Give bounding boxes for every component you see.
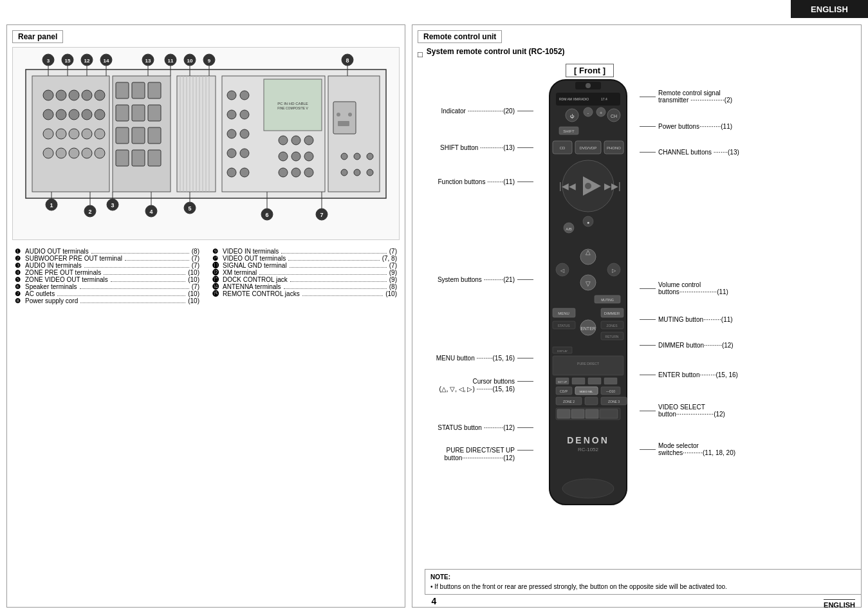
svg-rect-32	[116, 150, 129, 166]
svg-text:ZONE 3: ZONE 3	[608, 400, 620, 404]
svg-rect-188	[588, 378, 601, 384]
annotation-volume-control: Volume control buttons··················…	[640, 281, 728, 295]
component-item: ⓬ XM terminal (9)	[212, 269, 397, 276]
svg-rect-25	[148, 82, 161, 98]
annotation-power-buttons: Power buttons············(11)	[640, 123, 732, 130]
svg-point-53	[240, 110, 249, 119]
svg-point-10	[82, 109, 92, 120]
svg-text:SHIFT: SHIFT	[563, 129, 575, 133]
svg-text:●: ●	[587, 220, 589, 225]
svg-point-62	[304, 136, 313, 145]
svg-rect-198	[585, 397, 598, 405]
annotation-cursor-buttons: Cursor buttons (△, ▽, ◁, ▷) ·········(15…	[439, 378, 533, 393]
english-footer: ENGLISH	[824, 599, 855, 609]
component-item: ❻ Speaker terminals (7)	[15, 283, 199, 290]
svg-rect-73	[338, 121, 349, 126]
svg-point-130	[586, 83, 591, 88]
svg-point-21	[95, 148, 105, 158]
svg-rect-27	[132, 105, 145, 121]
svg-rect-26	[116, 105, 129, 121]
svg-text:▽: ▽	[586, 280, 591, 287]
svg-point-7	[43, 109, 53, 120]
svg-point-6	[95, 90, 105, 100]
svg-rect-187	[572, 378, 585, 384]
svg-rect-183	[553, 356, 623, 375]
svg-text:+: +	[600, 111, 602, 115]
svg-text:1: 1	[50, 202, 53, 209]
component-item: ❽ Power supply cord (10)	[15, 297, 199, 304]
svg-point-68	[304, 168, 313, 177]
svg-text:△: △	[586, 248, 591, 256]
svg-text:17.4: 17.4	[601, 97, 607, 101]
svg-point-13	[56, 129, 66, 139]
svg-point-3	[56, 90, 66, 100]
svg-point-11	[95, 109, 105, 120]
svg-text:8: 8	[346, 57, 349, 64]
svg-text:3: 3	[47, 58, 50, 64]
svg-rect-24	[132, 82, 145, 98]
svg-point-64	[291, 152, 300, 161]
svg-rect-205	[600, 409, 618, 418]
component-item: ❿ VIDEO OUT terminals (7, 8)	[212, 255, 397, 262]
svg-point-57	[240, 149, 249, 158]
note-text: • If buttons on the front or rear are pr…	[430, 583, 856, 590]
svg-point-76	[367, 153, 373, 160]
svg-text:5: 5	[188, 205, 191, 212]
page-number: 4	[432, 596, 437, 606]
front-label: [ Front ]	[566, 64, 614, 77]
svg-rect-23	[116, 82, 129, 98]
svg-text:SET UP: SET UP	[558, 380, 568, 384]
svg-point-5	[82, 90, 92, 100]
header-bar: ENGLISH	[791, 0, 868, 18]
component-item: ❶ AUDIO OUT terminals (8)	[15, 248, 199, 255]
svg-rect-189	[604, 378, 617, 384]
svg-point-14	[69, 129, 79, 139]
annotation-status-button: STATUS button ···········(12)	[438, 424, 533, 431]
annotation-pure-direct: PURE DIRECT/SET UP button···············…	[445, 447, 534, 461]
component-item: ⓭ DOCK CONTROL jack (9)	[212, 276, 397, 283]
rear-panel-title: Rear panel	[12, 30, 63, 43]
svg-point-56	[227, 149, 236, 158]
svg-rect-204	[586, 409, 598, 418]
svg-point-55	[240, 129, 249, 138]
svg-text:11: 11	[168, 58, 174, 64]
component-item: ❸ AUDIO IN terminals (7)	[15, 262, 199, 269]
language-label: ENGLISH	[811, 5, 848, 14]
annotation-mode-selector: Mode selector switches···········(11, 18…	[640, 442, 735, 456]
svg-point-2	[43, 90, 53, 100]
svg-point-66	[279, 168, 288, 177]
svg-text:13: 13	[145, 58, 151, 64]
svg-point-8	[56, 109, 66, 120]
svg-point-20	[82, 148, 92, 158]
svg-rect-203	[571, 409, 584, 418]
svg-point-16	[95, 129, 105, 139]
component-item: ⓫ SIGNAL GND terminal (7)	[212, 262, 397, 269]
svg-text:STATUS: STATUS	[558, 324, 571, 328]
svg-point-9	[69, 109, 79, 120]
svg-point-15	[82, 129, 92, 139]
svg-text:|◀◀: |◀◀	[559, 181, 576, 191]
svg-point-75	[354, 153, 360, 160]
svg-point-54	[227, 129, 236, 138]
svg-text:▷: ▷	[612, 268, 616, 274]
svg-text:RC-1052: RC-1052	[578, 447, 599, 452]
svg-text:6: 6	[265, 212, 268, 218]
svg-text:9: 9	[208, 58, 211, 64]
svg-point-79	[367, 169, 373, 176]
svg-text:PHONO: PHONO	[607, 146, 621, 150]
component-item: ⓮ ANTENNA terminals (8)	[212, 283, 397, 290]
svg-rect-28	[148, 105, 161, 121]
annotation-indicator: Indicator ····················(20)	[441, 107, 533, 115]
remote-panel-title: Remote control unit	[418, 30, 502, 43]
annotation-menu-button: MENU button ·········(15, 16)	[436, 355, 533, 362]
svg-point-12	[43, 129, 53, 139]
svg-text:MENU: MENU	[558, 312, 569, 315]
svg-text:CD/P: CD/P	[560, 389, 568, 393]
svg-point-61	[291, 136, 300, 145]
svg-rect-34	[148, 150, 161, 166]
annotation-function-buttons: Function buttons ·········(11)	[438, 178, 533, 185]
svg-text:7: 7	[320, 212, 323, 218]
svg-text:4: 4	[149, 209, 152, 215]
rear-panel-diagram: PC IN HD CABLE FINE COMPOSITE V	[12, 47, 400, 240]
note-title: NOTE:	[430, 573, 856, 581]
